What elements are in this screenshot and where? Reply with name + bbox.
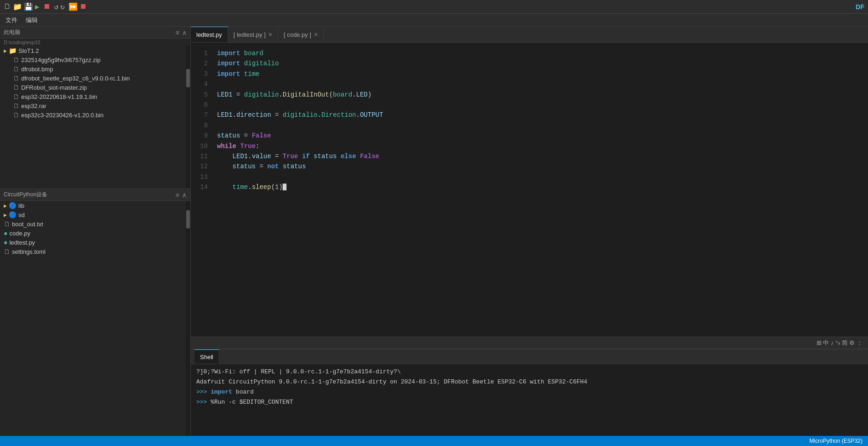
sidebar: 此电脑 ≡ ∧ D:\coding\esp32 ▸ 📁 SloT1.2 🗋 23 [0,27,191,436]
sidebar-item-lib[interactable]: ▸ 🔵 lib [0,201,186,210]
file-icon: 🗋 [13,102,19,109]
tab-ledtest-py[interactable]: ledtest.py [191,27,228,42]
shell-line-1: ?]0;?Wi-Fi: off | REPL | 9.0.0-rc.1-1-g7… [196,367,862,377]
sidebar-item-label: esp32-20220618-v1.19.1.bin [21,93,97,100]
shell-line-3: >>> import board [196,387,862,397]
tab-label: [ ledtest.py ] [234,31,266,38]
sidebar-item-bin3[interactable]: 🗋 esp32c3-20230426-v1.20.0.bin [0,110,186,120]
stop2-icon[interactable]: ⏹ [80,2,87,11]
sidebar-item-label: DFRobot_siot-master.zip [21,84,87,91]
editor-status-icons: ⊞ 中 ♪ °₉ 简 ⚙ ： [817,339,862,347]
sidebar-item-code-py[interactable]: ● code.py [0,229,186,238]
bottom-status-bar: MicroPython (ESP32) [0,436,868,446]
save-icon[interactable]: 💾 [24,2,33,11]
file-icon: 🗋 [13,65,19,73]
zip-icon: 🗋 [13,84,19,91]
file-icon: 🗋 [13,93,19,100]
sidebar-section2-title: CircuitPython设备 [4,191,176,199]
open-icon[interactable]: 📁 [13,2,22,11]
shell-content[interactable]: ?]0;?Wi-Fi: off | REPL | 9.0.0-rc.1-1-g7… [191,364,868,436]
sidebar-section1-title: 此电脑 [4,29,176,36]
sidebar-item-label: boot_out.txt [12,221,43,228]
sidebar-item-boot-out[interactable]: 🗋 boot_out.txt [0,219,186,229]
title-bar: 🗋 📁 💾 ▶ ⏹ ↺ ↻ ⏩ ⏹ DF [0,0,868,14]
sidebar-section1-content: ▸ 📁 SloT1.2 🗋 232514gg5g9hv3i6757gzz.zip… [0,46,186,189]
tab-code-py[interactable]: [ code.py ] × [278,27,324,42]
sidebar-item-zip2[interactable]: 🗋 DFRobot_siot-master.zip [0,83,186,92]
tab-ledtest-py-bracket[interactable]: [ ledtest.py ] × [228,27,278,42]
shell-line-2: Adafruit CircuitPython 9.0.0-rc.1-1-g7e7… [196,377,862,387]
toml-icon: 🗋 [4,248,10,255]
menu-edit[interactable]: 编辑 [22,15,41,25]
run-icon[interactable]: ▶ [35,2,40,11]
sidebar-item-label: esp32c3-20230426-v1.20.0.bin [21,112,103,119]
sidebar-item-slot12[interactable]: ▸ 📁 SloT1.2 [0,46,186,55]
file-icon: 🗋 [13,74,19,82]
tab-close-icon[interactable]: × [268,31,272,38]
sidebar-item-bin1[interactable]: 🗋 dfrobot_beetle_esp32_c6_v9.0.0-rc.1.bi… [0,74,186,83]
sidebar-item-sd[interactable]: ▸ 🔵 sd [0,210,186,219]
sidebar-item-label: dfrobot.bmp [21,66,53,73]
shell-line-4: >>> %Run -c $EDITOR_CONTENT [196,397,862,407]
sidebar-section2-header: CircuitPython设备 ≡ ∧ [0,189,190,201]
file-icon: 🗋 [13,111,19,119]
collapse-icon[interactable]: ∧ [182,29,187,36]
sidebar-item-label: 232514gg5g9hv3i6757gzz.zip [21,57,101,63]
brand-logo: DF [856,3,864,11]
code-content[interactable]: import board import digitalio import tim… [211,43,868,337]
py2-icon: ● [4,239,7,246]
sidebar-item-zip1[interactable]: 🗋 232514gg5g9hv3i6757gzz.zip [0,55,186,64]
more-options-icon[interactable]: ≡ [176,29,179,36]
folder3-expand-icon: ▸ [4,211,7,218]
sidebar-item-label: esp32.rar [21,103,46,109]
redo-icon[interactable]: ↻ [60,2,65,11]
more-options2-icon[interactable]: ≡ [176,191,179,199]
shell-tab-bar: Shell [191,349,868,364]
stop-icon[interactable]: ⏹ [43,2,51,11]
shell-panel: Shell ?]0;?Wi-Fi: off | REPL | 9.0.0-rc.… [191,349,868,436]
sidebar-item-settings-toml[interactable]: 🗋 settings.toml [0,247,186,256]
sidebar-item-rar[interactable]: 🗋 esp32.rar [0,101,186,110]
status-label: MicroPython (ESP32) [810,438,862,444]
txt-icon: 🗋 [4,220,10,228]
sidebar-item-bin2[interactable]: 🗋 esp32-20220618-v1.19.1.bin [0,92,186,101]
sidebar-item-label: dfrobot_beetle_esp32_c6_v9.0.0-rc.1.bin [21,75,130,82]
debug-icon[interactable]: ⏩ [69,2,78,11]
shell-tab[interactable]: Shell [194,349,219,364]
sidebar-section1-wrapper: ▸ 📁 SloT1.2 🗋 232514gg5g9hv3i6757gzz.zip… [0,46,190,189]
file-icon: 🗋 [13,56,19,63]
tab2-close-icon[interactable]: × [314,31,318,38]
sidebar-item-label: settings.toml [12,248,46,255]
undo-icon[interactable]: ↺ [54,2,59,11]
sidebar-item-ledtest-py[interactable]: ● ledtest.py [0,238,186,247]
new-file-icon[interactable]: 🗋 [4,2,11,11]
tab-bar: ledtest.py [ ledtest.py ] × [ code.py ] … [191,27,868,43]
folder2-expand-icon: ▸ [4,202,7,209]
scrollbar2-thumb[interactable] [186,210,190,229]
py-icon: ● [4,229,7,237]
sidebar-section1-header: 此电脑 ≡ ∧ [0,27,190,39]
main-layout: 此电脑 ≡ ∧ D:\coding\esp32 ▸ 📁 SloT1.2 🗋 23 [0,27,868,436]
sidebar-item-bmp[interactable]: 🗋 dfrobot.bmp [0,64,186,74]
sidebar-section1-scrollbar[interactable] [186,46,190,189]
sidebar-item-label: sd [18,212,25,218]
sidebar-section2-icons[interactable]: ≡ ∧ [176,191,187,199]
sidebar-section1-icons[interactable]: ≡ ∧ [176,29,187,36]
title-bar-icons[interactable]: 🗋 📁 💾 ▶ ⏹ ↺ ↻ ⏩ ⏹ [4,2,87,11]
collapse2-icon[interactable]: ∧ [182,191,187,199]
sidebar-section2-content: ▸ 🔵 lib ▸ 🔵 sd 🗋 boot_out.txt ● [0,201,186,436]
scrollbar-thumb[interactable] [186,69,190,87]
sidebar-path: D:\coding\esp32 [0,39,190,46]
sidebar-item-label: ledtest.py [9,239,35,246]
folder-expand-icon: ▸ [4,47,7,54]
tab-label: ledtest.py [196,31,222,38]
sidebar-item-label: code.py [9,230,30,237]
folder-icon: 📁 [9,47,17,54]
editor-status-bar: ⊞ 中 ♪ °₉ 简 ⚙ ： [191,337,868,349]
sidebar-section2-scrollbar[interactable] [186,201,190,436]
menu-file[interactable]: 文件 [2,15,21,25]
code-editor[interactable]: 1 2 3 4 5 6 7 8 9 10 11 12 13 14 import … [191,43,868,337]
sidebar-item-label: SloT1.2 [18,47,39,54]
folder2-icon: 🔵 [9,202,17,209]
shell-tab-label: Shell [200,354,213,360]
